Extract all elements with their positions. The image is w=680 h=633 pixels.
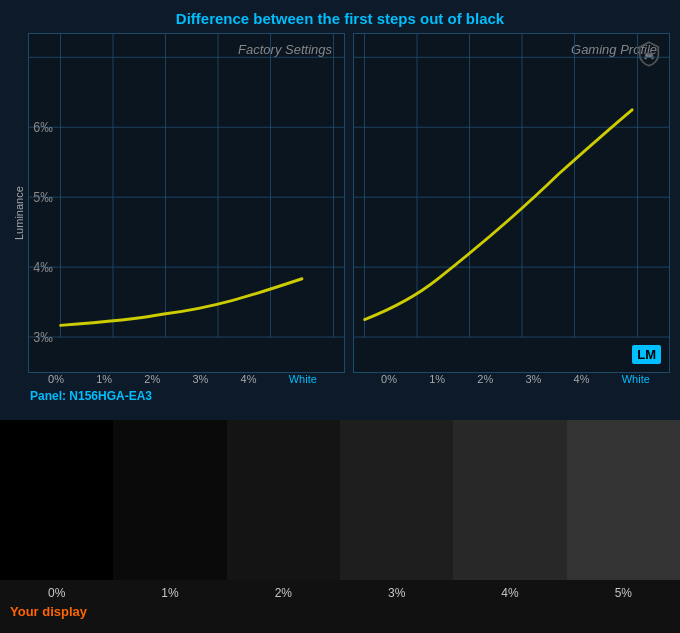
x-label-3pct-right: 3% [525,373,541,385]
bottom-label-5: 5% [567,586,680,600]
bottom-label-3: 3% [340,586,453,600]
svg-text:6‰: 6‰ [33,119,53,135]
svg-text:5‰: 5‰ [33,189,53,205]
x-label-0pct-right: 0% [381,373,397,385]
svg-text:3‰: 3‰ [33,329,53,345]
left-chart-panel: Factory Settings 3‰ [28,33,345,373]
x-label-0pct-left: 0% [48,373,64,385]
x-label-4pct-right: 4% [574,373,590,385]
right-x-labels: 0% 1% 2% 3% 4% White [361,373,670,385]
x-label-1pct-right: 1% [429,373,445,385]
panel-info: Panel: N156HGA-EA3 [30,389,670,403]
x-label-3pct-left: 3% [192,373,208,385]
bottom-label-0: 0% [0,586,113,600]
bottom-section: 0% 1% 2% 3% 4% 5% Your display [0,420,680,633]
bar-3pct [340,420,453,580]
x-label-white-right: White [622,373,650,385]
bar-0pct [0,420,113,580]
x-label-2pct-right: 2% [477,373,493,385]
x-label-white-left: White [289,373,317,385]
charts-container: Luminance Factory Settings [10,33,670,373]
bar-5pct [567,420,680,580]
bar-1pct [113,420,226,580]
bottom-label-2: 2% [227,586,340,600]
bar-2pct [227,420,340,580]
top-section: Difference between the first steps out o… [0,0,680,420]
charts-wrapper: Factory Settings 3‰ [28,33,670,373]
bar-4pct [453,420,566,580]
x-label-4pct-left: 4% [241,373,257,385]
display-bars [0,420,680,580]
x-label-2pct-left: 2% [144,373,160,385]
y-axis-label: Luminance [10,53,28,373]
svg-text:4‰: 4‰ [33,259,53,275]
left-x-labels: 0% 1% 2% 3% 4% White [28,373,337,385]
bottom-label-1: 1% [113,586,226,600]
lm-badge: LM [632,345,661,364]
x-label-1pct-left: 1% [96,373,112,385]
bottom-label-4: 4% [453,586,566,600]
bottom-footer: Your display [0,600,680,623]
x-labels-row: 0% 1% 2% 3% 4% White 0% 1% 2% 3% 4% Whit… [28,373,670,385]
bottom-labels: 0% 1% 2% 3% 4% 5% [0,580,680,600]
chart-title: Difference between the first steps out o… [10,10,670,27]
right-chart-panel: Gaming Profile 🎮 [353,33,670,373]
